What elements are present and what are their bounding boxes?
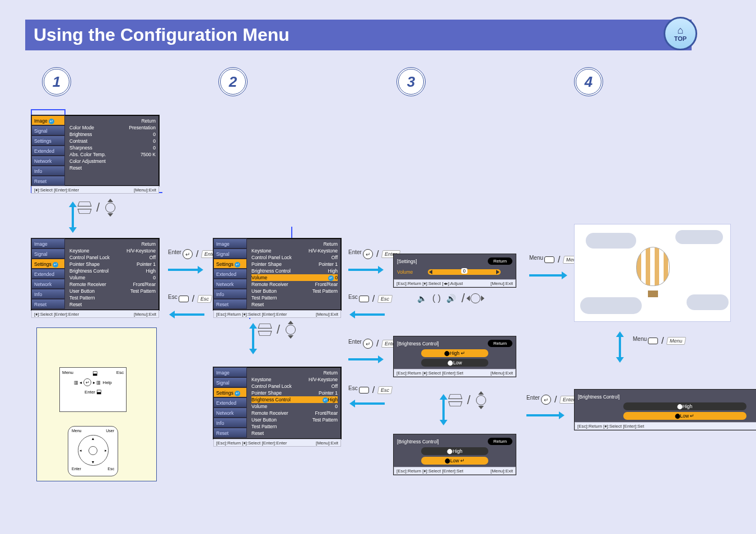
osd-helpbar: [♦]:Select [Enter]:Enter[Menu]:Exit: [31, 186, 159, 194]
step-4-badge: 4: [574, 67, 603, 96]
option-high[interactable]: ⬤High ↵: [421, 349, 488, 357]
esc-button-label: Esc/Esc: [348, 385, 392, 395]
nav-glyph: /: [78, 200, 115, 215]
osd-menu-settings-volume: Image Signal Settings↵ Extended Network …: [213, 238, 342, 311]
enter-button-label: Enter↵/Enter: [526, 395, 578, 405]
tab-info[interactable]: Info: [31, 166, 65, 176]
option-low[interactable]: ⬤Low ↵: [623, 412, 746, 420]
arrow-left-icon: [174, 313, 204, 316]
enter-button-label: Enter↵/Enter: [348, 339, 400, 349]
osd-content: Return KeystoneH/V-Keystone Control Pane…: [66, 238, 159, 310]
tab-network[interactable]: Network: [31, 279, 65, 289]
esc-icon: [179, 296, 189, 302]
osd-helpbar: [♦]:Select [Enter]:Enter[Menu]:Exit: [31, 310, 159, 318]
tab-image[interactable]: Image: [31, 238, 65, 249]
projected-image: [574, 224, 731, 322]
updown-arrow-icon: [72, 206, 74, 228]
tab-extended[interactable]: Extended: [31, 269, 65, 279]
osd-menu-settings: Image Signal Settings↵ Extended Network …: [31, 238, 160, 311]
guide-line: [31, 109, 64, 110]
tab-info[interactable]: Info: [31, 289, 65, 299]
tab-network[interactable]: Network: [31, 156, 65, 166]
top-home-badge[interactable]: ⌂ TOP: [664, 17, 697, 50]
step-1-badge: 1: [42, 67, 71, 96]
osd-menu-settings-bc: Image Signal Settings↵ Extended Network …: [213, 367, 342, 439]
step-2-badge: 2: [218, 67, 248, 96]
remote-illustration: Menu ⬓ Esc ▥ ◂ ↵ ▸ ▥ Help Enter ⬓ MenuUs…: [36, 327, 157, 481]
mini-osd-bc-low: [Brightness Control]Return ⬤High ⬤Low ↵ …: [393, 434, 516, 475]
enter-button-label: Enter↵/Enter: [348, 249, 400, 259]
tab-settings[interactable]: Settings: [31, 135, 65, 146]
arrow-right-icon: [526, 414, 560, 416]
tab-signal[interactable]: Signal: [31, 125, 65, 135]
option-low[interactable]: ⬤Low: [421, 359, 488, 367]
tab-extended[interactable]: Extended: [31, 146, 65, 156]
arrow-up-icon: [619, 336, 621, 358]
nav-glyph: /: [449, 393, 486, 407]
tab-reset[interactable]: Reset: [31, 176, 65, 186]
mini-osd-volume: [Settings]Return Volume 0 [Esc]:Return […: [393, 254, 516, 288]
option-low[interactable]: ⬤Low ↵: [421, 457, 488, 465]
top-label: TOP: [674, 35, 687, 42]
volume-glyph: 🔈 ( ) 🔊 /: [417, 291, 480, 306]
esc-button-label: Esc/Esc: [168, 294, 212, 304]
updown-arrow-icon: [252, 327, 254, 350]
osd-menu-image: Image↵ Signal Settings Extended Network …: [31, 115, 160, 186]
page-title-bar: Using the Configuration Menu: [25, 20, 692, 50]
nav-glyph: /: [259, 322, 296, 337]
tab-image[interactable]: Image↵: [31, 115, 65, 125]
arrow-right-icon: [529, 274, 563, 277]
option-high[interactable]: ⬤High: [421, 447, 488, 455]
arrow-left-icon: [354, 402, 385, 405]
updown-arrow-icon: [442, 399, 445, 421]
enter-icon: ↵: [183, 249, 193, 259]
arrow-right-icon: [348, 358, 379, 360]
step-3-badge: 3: [396, 67, 426, 96]
option-high[interactable]: ⬤High: [623, 402, 746, 410]
tab-reset[interactable]: Reset: [31, 299, 65, 309]
esc-button-label: Esc/Esc: [348, 294, 392, 304]
page-title: Using the Configuration Menu: [34, 25, 290, 45]
mini-osd-bc-final: [Brightness Control]Return ⬤High ⬤Low ↵ …: [574, 389, 756, 430]
house-icon: ⌂: [678, 25, 684, 35]
balloon-icon: [636, 247, 670, 286]
arrow-left-icon: [354, 313, 385, 316]
menu-button-label: Menu/Menu: [633, 336, 685, 346]
mini-osd-bc-high: [Brightness Control]Return ⬤High ↵ ⬤Low …: [393, 336, 516, 377]
osd-content: Return Color ModePresentation Brightness…: [66, 115, 159, 174]
arrow-right-icon: [348, 269, 379, 271]
osd-tabs: Image↵ Signal Settings Extended Network …: [31, 115, 65, 186]
arrow-right-icon: [168, 269, 199, 271]
volume-slider[interactable]: 0: [428, 269, 501, 275]
tab-signal[interactable]: Signal: [31, 249, 65, 259]
osd-tabs: Image Signal Settings↵ Extended Network …: [31, 238, 65, 309]
enter-button-label: Enter↵/Enter: [168, 249, 220, 259]
tab-settings[interactable]: Settings↵: [31, 259, 65, 269]
